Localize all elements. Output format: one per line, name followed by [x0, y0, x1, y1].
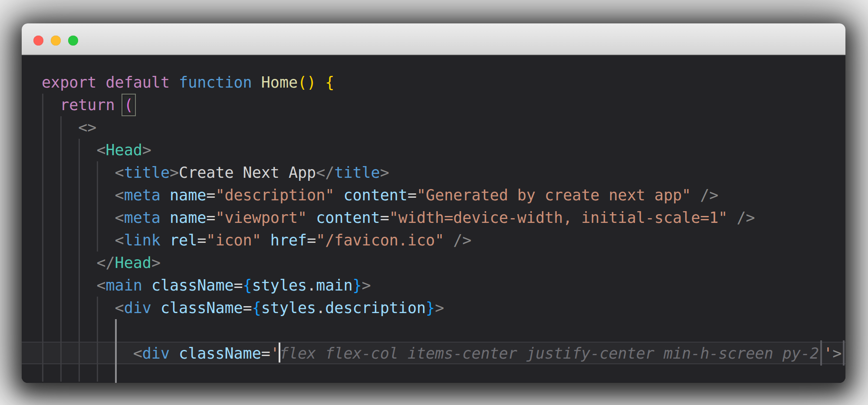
code-token: < [96, 141, 105, 159]
code-token: /> [727, 209, 755, 226]
code-token: div [142, 345, 170, 362]
code-token: rel [161, 232, 197, 249]
code-token: "/favicon.ico" [316, 232, 444, 249]
code-token: description [325, 299, 426, 317]
code-line[interactable]: <link rel="icon" href="/favicon.ico" /> [42, 229, 845, 251]
code-token: className [142, 277, 234, 294]
bracket-match-box: ( [124, 96, 133, 114]
code-line[interactable]: return ( [42, 94, 845, 116]
code-token: link [124, 232, 161, 249]
zoom-button[interactable] [68, 36, 78, 46]
code-token [42, 141, 96, 159]
code-token: main [106, 277, 142, 294]
code-token: Home [261, 74, 298, 91]
code-token: /> [691, 186, 718, 204]
code-token: > [832, 345, 842, 362]
code-token [42, 96, 60, 114]
code-area[interactable]: export default function Home() { return … [22, 55, 845, 383]
editor-window: export default function Home() { return … [22, 23, 845, 383]
code-token: "icon" [206, 232, 261, 249]
code-token: > [151, 254, 161, 271]
code-token: meta [124, 186, 161, 204]
code-token: = [307, 232, 316, 249]
code-token: "width=device-width, initial-scale=1" [389, 209, 728, 226]
code-line[interactable]: export default function Home() { [42, 71, 845, 94]
code-token: < [96, 277, 105, 294]
code-token: name [161, 209, 206, 226]
code-token [42, 345, 133, 362]
code-line[interactable]: <> [42, 116, 845, 139]
code-token: ' [270, 345, 279, 362]
code-token: return [60, 96, 124, 114]
code-line[interactable]: <meta name="description" content="Genera… [42, 184, 845, 206]
code-token: < [133, 345, 142, 362]
code-editor[interactable]: export default function Home() { return … [22, 55, 845, 383]
code-line-active[interactable]: <div className='flex flex-col items-cent… [42, 342, 845, 364]
code-token: { [243, 277, 252, 294]
code-token: } [426, 299, 435, 317]
code-token: = [197, 232, 206, 249]
code-token: <> [78, 119, 96, 136]
code-token: </ [96, 254, 115, 271]
code-token: > [380, 164, 389, 181]
code-token: main [316, 277, 352, 294]
code-token: < [115, 299, 124, 317]
screenshot-canvas: export default function Home() { return … [0, 0, 868, 405]
column-marker [820, 340, 822, 366]
code-token [42, 209, 115, 226]
code-token: Head [106, 141, 142, 159]
code-token: = [243, 299, 252, 317]
window-controls [33, 36, 78, 46]
code-token [316, 74, 325, 91]
code-line[interactable]: <div className={styles.description}> [42, 297, 845, 319]
code-token: = [206, 209, 215, 226]
code-token [42, 164, 115, 181]
code-line[interactable] [42, 319, 845, 342]
column-marker [843, 340, 845, 366]
close-button[interactable] [33, 36, 43, 46]
code-token: { [252, 299, 261, 317]
code-token: name [161, 186, 206, 204]
code-line[interactable]: <meta name="viewport" content="width=dev… [42, 206, 845, 229]
code-token: href [261, 232, 307, 249]
code-token: > [435, 299, 444, 317]
code-token: ' [823, 345, 832, 362]
code-token: = [380, 209, 389, 226]
copilot-ghost-text: flex flex-col items-center justify-cente… [279, 345, 819, 362]
code-token [42, 186, 115, 204]
code-token: } [353, 277, 362, 294]
code-line[interactable]: <Head> [42, 139, 845, 161]
code-token: > [170, 164, 179, 181]
code-token: < [115, 186, 124, 204]
code-token: > [142, 141, 151, 159]
code-token: { [325, 74, 334, 91]
code-token [42, 119, 78, 136]
code-token: className [151, 299, 243, 317]
minimize-button[interactable] [51, 36, 61, 46]
code-line[interactable]: <title>Create Next App</title> [42, 161, 845, 184]
code-token: div [124, 299, 151, 317]
code-token: function [179, 74, 261, 91]
code-token: meta [124, 209, 161, 226]
code-line[interactable]: <main className={styles.main}> [42, 274, 845, 297]
code-token: . [307, 277, 316, 294]
code-token: < [115, 209, 124, 226]
code-token: /> [444, 232, 471, 249]
code-token [42, 277, 96, 294]
code-token: className [170, 345, 261, 362]
code-token: = [206, 186, 215, 204]
code-token: . [316, 299, 325, 317]
code-token: content [334, 186, 408, 204]
code-token: "Generated by create next app" [417, 186, 691, 204]
window-title-bar[interactable] [22, 23, 845, 55]
code-token [42, 232, 115, 249]
code-token: Create Next App [179, 164, 316, 181]
code-token: < [115, 164, 124, 181]
code-line[interactable]: </Head> [42, 251, 845, 274]
code-token: export default [42, 74, 179, 91]
code-token [42, 254, 96, 271]
code-token: </ [316, 164, 334, 181]
code-token: = [261, 345, 270, 362]
code-token: title [124, 164, 170, 181]
code-token: = [234, 277, 243, 294]
